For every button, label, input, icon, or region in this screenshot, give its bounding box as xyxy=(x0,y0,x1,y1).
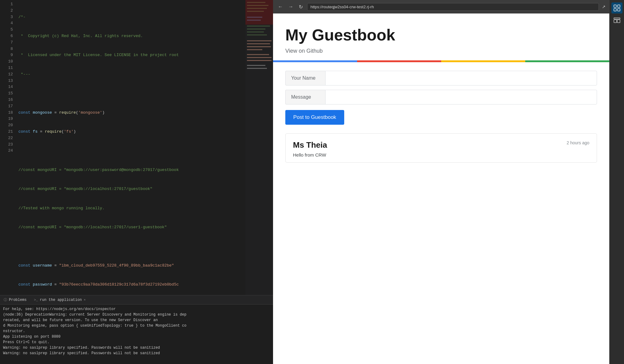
app-form: Your Name Message Post to Guestbook xyxy=(273,62,609,133)
svg-rect-8 xyxy=(247,28,265,29)
browser-reload-button[interactable]: ↻ xyxy=(298,3,304,11)
browser-content: My Guestbook View on Github Your Name Me… xyxy=(273,13,609,364)
terminal-line: nstructor. xyxy=(3,328,270,334)
terminal-panel: ⓘ Problems >_ run the application × For … xyxy=(0,295,273,364)
side-toolbar xyxy=(609,0,624,364)
minimap[interactable] xyxy=(245,0,273,295)
message-label: Message xyxy=(285,90,325,104)
browser-back-button[interactable]: ← xyxy=(277,3,284,11)
svg-rect-19 xyxy=(247,68,267,69)
svg-rect-22 xyxy=(618,5,620,7)
name-row: Your Name xyxy=(285,71,597,85)
terminal-line: Warning: no saslprep library specified. … xyxy=(3,345,270,351)
svg-rect-21 xyxy=(614,5,616,7)
terminal-tabs: ⓘ Problems >_ run the application × xyxy=(0,295,273,305)
svg-rect-25 xyxy=(614,18,620,19)
entry-name: Ms Theia xyxy=(293,140,327,150)
problems-icon: ⓘ xyxy=(4,298,7,302)
terminal-icon: >_ xyxy=(34,298,38,302)
entries-area: Ms Theia 2 hours ago Hello from CRW xyxy=(273,133,609,364)
terminal-line: (node:36) DeprecationWarning: current Se… xyxy=(3,312,270,317)
svg-rect-23 xyxy=(614,9,616,11)
svg-rect-9 xyxy=(247,32,264,32)
app-title: My Guestbook xyxy=(285,26,597,44)
svg-rect-7 xyxy=(247,25,270,26)
message-row: Message xyxy=(285,90,597,104)
browser-open-external-button[interactable]: ↗ xyxy=(602,4,606,9)
right-side: ← → ↻ ↗ My Guestbook View on Github xyxy=(273,0,624,364)
browser-forward-button[interactable]: → xyxy=(287,3,295,11)
browser-toolbar: ← → ↻ ↗ xyxy=(273,0,609,13)
editor-panel: 1 2 3 4 5 6 7 8 9 10 11 12 13 14 15 16 1… xyxy=(0,0,273,364)
svg-rect-24 xyxy=(618,9,620,11)
message-input[interactable] xyxy=(325,90,597,104)
svg-rect-12 xyxy=(247,43,270,44)
entry-card: Ms Theia 2 hours ago Hello from CRW xyxy=(285,133,597,163)
code-area: 1 2 3 4 5 6 7 8 9 10 11 12 13 14 15 16 1… xyxy=(0,0,273,295)
name-input[interactable] xyxy=(325,71,597,85)
svg-rect-15 xyxy=(247,54,269,55)
terminal-line: Warning: no saslprep library specified. … xyxy=(3,351,270,356)
terminal-line: Press Ctrl+C to quit. xyxy=(3,339,270,345)
svg-rect-16 xyxy=(247,57,272,58)
terminal-line: App listening on port 8080 xyxy=(3,334,270,339)
svg-rect-26 xyxy=(614,20,617,23)
entry-message: Hello from CRW xyxy=(293,152,589,157)
svg-rect-17 xyxy=(247,60,272,61)
name-label: Your Name xyxy=(285,71,325,85)
browser-panel: ← → ↻ ↗ My Guestbook View on Github xyxy=(273,0,609,364)
terminal-line: d Monitoring engine, pass option { useUn… xyxy=(3,323,270,328)
terminal-line: recated, and will be future version. To … xyxy=(3,317,270,323)
layout-button[interactable] xyxy=(611,15,622,26)
svg-rect-27 xyxy=(617,20,620,23)
code-content[interactable]: /*- * Copyright (c) Red Hat, Inc. All ri… xyxy=(15,0,245,295)
entry-header: Ms Theia 2 hours ago xyxy=(293,140,589,150)
post-button[interactable]: Post to Guestbook xyxy=(285,110,344,125)
svg-rect-13 xyxy=(247,46,271,47)
extensions-button[interactable] xyxy=(611,2,622,13)
tab-close-icon[interactable]: × xyxy=(84,298,86,302)
app-header: My Guestbook View on Github xyxy=(273,13,609,60)
svg-rect-11 xyxy=(247,40,272,41)
github-link[interactable]: View on Github xyxy=(285,48,323,54)
svg-rect-18 xyxy=(247,65,265,66)
tab-run-application[interactable]: >_ run the application × xyxy=(33,297,87,303)
svg-rect-14 xyxy=(247,49,262,50)
browser-url-input[interactable] xyxy=(307,3,599,11)
tab-run-label: run the application xyxy=(40,298,82,302)
svg-rect-10 xyxy=(247,34,267,35)
terminal-line: For help, see: https://nodejs.org/en/doc… xyxy=(3,306,270,312)
svg-rect-20 xyxy=(245,0,273,25)
entry-time: 2 hours ago xyxy=(567,140,589,145)
tab-problems[interactable]: ⓘ Problems xyxy=(2,297,28,303)
terminal-output[interactable]: For help, see: https://nodejs.org/en/doc… xyxy=(0,305,273,364)
tab-problems-label: Problems xyxy=(9,298,27,302)
line-numbers: 1 2 3 4 5 6 7 8 9 10 11 12 13 14 15 16 1… xyxy=(0,0,15,295)
